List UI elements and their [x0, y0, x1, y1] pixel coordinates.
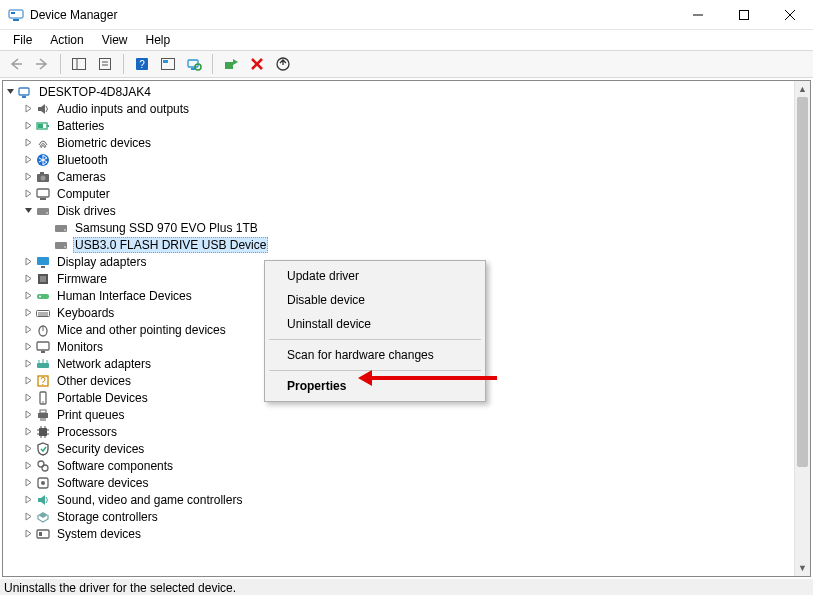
chevron-right-icon[interactable]: [21, 510, 35, 524]
tree-category[interactable]: Software devices: [3, 474, 794, 491]
scroll-track[interactable]: [795, 97, 810, 560]
svg-point-60: [42, 401, 44, 403]
svg-rect-63: [40, 418, 46, 421]
chevron-right-icon[interactable]: [21, 289, 35, 303]
svg-rect-78: [39, 532, 42, 536]
display-icon: [35, 254, 51, 270]
status-text: Uninstalls the driver for the selected d…: [4, 581, 236, 595]
context-scan-hardware[interactable]: Scan for hardware changes: [267, 343, 483, 367]
svg-rect-52: [41, 351, 45, 353]
tree-device[interactable]: USB3.0 FLASH DRIVE USB Device: [3, 236, 794, 253]
tree-item-label: Processors: [55, 424, 119, 440]
tree-item-label: Portable Devices: [55, 390, 150, 406]
chevron-right-icon[interactable]: [21, 442, 35, 456]
chevron-right-icon[interactable]: [21, 187, 35, 201]
chevron-right-icon[interactable]: [21, 408, 35, 422]
chevron-right-icon[interactable]: [21, 391, 35, 405]
tree-category[interactable]: Security devices: [3, 440, 794, 457]
chevron-right-icon[interactable]: [21, 272, 35, 286]
uninstall-device-button[interactable]: [245, 52, 269, 76]
tree-item-label: Mice and other pointing devices: [55, 322, 228, 338]
menu-file[interactable]: File: [6, 31, 39, 49]
tree-category[interactable]: Audio inputs and outputs: [3, 100, 794, 117]
properties-button[interactable]: [93, 52, 117, 76]
chevron-down-icon[interactable]: [21, 204, 35, 218]
tree-root[interactable]: DESKTOP-4D8JAK4: [3, 83, 794, 100]
tree-item-label: Software components: [55, 458, 175, 474]
update-driver-button[interactable]: [271, 52, 295, 76]
show-hide-tree-button[interactable]: [67, 52, 91, 76]
network-icon: [35, 356, 51, 372]
context-separator: [269, 370, 481, 371]
chevron-right-icon[interactable]: [21, 102, 35, 116]
svg-rect-7: [73, 59, 86, 70]
tree-category[interactable]: Bluetooth: [3, 151, 794, 168]
action-button[interactable]: [156, 52, 180, 76]
context-update-driver[interactable]: Update driver: [267, 264, 483, 288]
svg-rect-27: [38, 124, 43, 128]
help-button[interactable]: ?: [130, 52, 154, 76]
menu-action[interactable]: Action: [43, 31, 90, 49]
tree-device[interactable]: Samsung SSD 970 EVO Plus 1TB: [3, 219, 794, 236]
scan-hardware-button[interactable]: [182, 52, 206, 76]
chevron-right-icon[interactable]: [21, 357, 35, 371]
context-disable-device[interactable]: Disable device: [267, 288, 483, 312]
tree-category[interactable]: Batteries: [3, 117, 794, 134]
portable-icon: [35, 390, 51, 406]
scroll-up-button[interactable]: ▲: [795, 81, 810, 97]
tree-item-label: Other devices: [55, 373, 133, 389]
chevron-right-icon[interactable]: [21, 136, 35, 150]
svg-point-45: [39, 295, 41, 297]
tree-category[interactable]: Disk drives: [3, 202, 794, 219]
tree-item-label: Monitors: [55, 339, 105, 355]
tree-category[interactable]: System devices: [3, 525, 794, 542]
tree-category[interactable]: Biometric devices: [3, 134, 794, 151]
tree-category[interactable]: Print queues: [3, 406, 794, 423]
disk-icon: [35, 203, 51, 219]
scroll-down-button[interactable]: ▼: [795, 560, 810, 576]
tree-category[interactable]: Storage controllers: [3, 508, 794, 525]
tree-item-label: Bluetooth: [55, 152, 110, 168]
tree-category[interactable]: Cameras: [3, 168, 794, 185]
chevron-right-icon[interactable]: [21, 119, 35, 133]
chevron-right-icon[interactable]: [21, 374, 35, 388]
svg-text:?: ?: [139, 59, 145, 70]
minimize-button[interactable]: [675, 0, 721, 30]
scrollbar-vertical[interactable]: ▲ ▼: [794, 81, 810, 576]
chevron-right-icon[interactable]: [21, 306, 35, 320]
fingerprint-icon: [35, 135, 51, 151]
root-icon: [17, 84, 33, 100]
camera-icon: [35, 169, 51, 185]
close-button[interactable]: [767, 0, 813, 30]
menu-view[interactable]: View: [95, 31, 135, 49]
chevron-right-icon[interactable]: [21, 527, 35, 541]
chevron-down-icon[interactable]: [3, 85, 17, 99]
firmware-icon: [35, 271, 51, 287]
chevron-right-icon[interactable]: [21, 153, 35, 167]
svg-rect-15: [163, 60, 168, 63]
enable-device-button[interactable]: [219, 52, 243, 76]
toolbar: ?: [0, 50, 813, 78]
chevron-right-icon[interactable]: [21, 459, 35, 473]
tree-category[interactable]: Computer: [3, 185, 794, 202]
chevron-right-icon[interactable]: [21, 425, 35, 439]
chevron-right-icon[interactable]: [21, 493, 35, 507]
maximize-button[interactable]: [721, 0, 767, 30]
chevron-right-icon[interactable]: [21, 340, 35, 354]
svg-rect-32: [37, 189, 49, 197]
scroll-thumb[interactable]: [797, 97, 808, 467]
chevron-right-icon[interactable]: [21, 323, 35, 337]
chevron-right-icon[interactable]: [21, 476, 35, 490]
tree-category[interactable]: Software components: [3, 457, 794, 474]
tree-category[interactable]: Processors: [3, 423, 794, 440]
svg-point-37: [64, 229, 66, 231]
tree-category[interactable]: Sound, video and game controllers: [3, 491, 794, 508]
svg-rect-2: [13, 19, 19, 21]
context-uninstall-device[interactable]: Uninstall device: [267, 312, 483, 336]
chevron-right-icon[interactable]: [21, 255, 35, 269]
menu-help[interactable]: Help: [139, 31, 178, 49]
forward-button[interactable]: [30, 52, 54, 76]
tree-item-label: Keyboards: [55, 305, 116, 321]
chevron-right-icon[interactable]: [21, 170, 35, 184]
back-button[interactable]: [4, 52, 28, 76]
